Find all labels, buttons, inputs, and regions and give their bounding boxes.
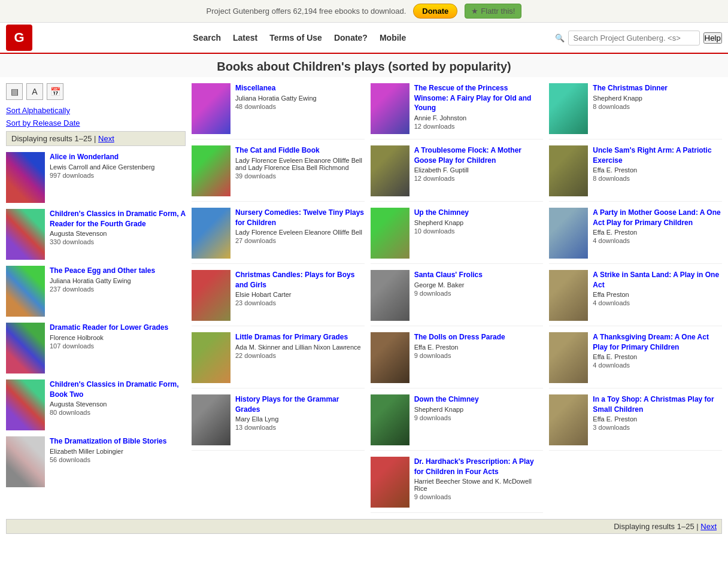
book-title-link[interactable]: The Christmas Dinner	[593, 84, 668, 92]
bottom-next-link[interactable]: Next	[700, 522, 717, 531]
flattr-button[interactable]: ★ Flattr this!	[465, 4, 521, 19]
bottom-results: Displaying results 1–25 | Next	[6, 519, 722, 534]
book-author: Harriet Beecher Stowe and K. McDowell Ri…	[414, 478, 544, 492]
book-downloads: 23 downloads	[235, 299, 365, 306]
book-thumbnail	[6, 436, 45, 487]
book-item: Little Dramas for Primary Grades Ada M. …	[192, 332, 365, 388]
book-info: Children's Classics in Dramatic Form, Bo…	[50, 379, 186, 416]
book-downloads: 3 downloads	[593, 424, 722, 431]
book-title-link[interactable]: Dramatic Reader for Lower Grades	[50, 323, 168, 332]
book-title-link[interactable]: Christmas Candles: Plays for Boys and Gi…	[235, 271, 354, 289]
book-author: Lady Florence Eveleen Eleanore Olliffe B…	[235, 229, 365, 236]
book-info: A Troublesome Flock: A Mother Goose Play…	[414, 145, 544, 182]
book-downloads: 13 downloads	[235, 424, 365, 431]
book-title-link[interactable]: Dr. Hardhack's Prescription: A Play for …	[414, 457, 534, 476]
book-info: Christmas Candles: Plays for Boys and Gi…	[235, 270, 365, 306]
book-title-link[interactable]: A Troublesome Flock: A Mother Goose Play…	[414, 146, 521, 165]
book-title-link[interactable]: Miscellanea	[235, 84, 275, 92]
sidebar-book-item: Dramatic Reader for Lower Grades Florenc…	[6, 323, 186, 374]
help-button[interactable]: Help	[703, 32, 722, 44]
book-title-link[interactable]: Down the Chimney	[414, 395, 479, 403]
view-icon-1[interactable]: ▤	[6, 83, 23, 100]
nav-mobile[interactable]: Mobile	[380, 33, 406, 42]
book-info: The Dolls on Dress Parade Effa E. Presto…	[414, 332, 544, 359]
book-title-link[interactable]: Uncle Sam's Right Arm: A Patriotic Exerc…	[593, 146, 711, 165]
book-author: Effa E. Preston	[414, 344, 544, 351]
nav-terms[interactable]: Terms of Use	[269, 33, 322, 42]
nav-search[interactable]: Search	[193, 33, 221, 42]
book-info: The Cat and Fiddle Book Lady Florence Ev…	[235, 145, 365, 180]
book-item: A Thanksgiving Dream: A One Act Play for…	[549, 332, 722, 388]
book-item: The Christmas Dinner Shepherd Knapp 8 do…	[549, 83, 722, 139]
book-title-link[interactable]: Santa Claus' Frolics	[414, 271, 483, 279]
book-thumbnail	[371, 332, 410, 383]
book-column-1: Miscellanea Juliana Horatia Gatty Ewing …	[192, 83, 365, 513]
book-info: Down the Chimney Shepherd Knapp 9 downlo…	[414, 394, 544, 421]
book-title-link[interactable]: The Rescue of the Princess Winsome: A Fa…	[414, 84, 532, 112]
book-thumbnail	[6, 266, 45, 317]
book-downloads: 330 downloads	[50, 238, 186, 245]
book-downloads: 48 downloads	[235, 103, 365, 110]
logo[interactable]: G	[6, 25, 32, 51]
book-title-link[interactable]: Up the Chimney	[414, 208, 469, 217]
flattr-label: Flattr this!	[481, 7, 515, 16]
book-info: A Strike in Santa Land: A Play in One Ac…	[593, 270, 722, 306]
book-thumbnail	[192, 394, 230, 445]
sidebar-book-item: The Dramatization of Bible Stories Eliza…	[6, 436, 186, 487]
sidebar-book-item: The Peace Egg and Other tales Juliana Ho…	[6, 266, 186, 317]
book-title-link[interactable]: Nursery Comedies: Twelve Tiny Plays for …	[235, 208, 364, 227]
book-thumbnail	[371, 457, 410, 508]
book-title-link[interactable]: A Party in Mother Goose Land: A One Act …	[593, 208, 720, 227]
book-info: In a Toy Shop: A Christmas Play for Smal…	[593, 394, 722, 431]
donate-button[interactable]: Donate	[413, 4, 457, 19]
book-author: Augusta Stevenson	[50, 230, 186, 237]
book-info: The Peace Egg and Other tales Juliana Ho…	[50, 266, 186, 293]
book-title-link[interactable]: The Cat and Fiddle Book	[235, 146, 320, 154]
main-nav: Search Latest Terms of Use Donate? Mobil…	[44, 33, 555, 42]
book-author: Shepherd Knapp	[414, 406, 544, 413]
nav-latest[interactable]: Latest	[233, 33, 257, 42]
book-title-link[interactable]: Children's Classics in Dramatic Form, Bo…	[50, 380, 179, 399]
book-title-link[interactable]: The Dramatization of Bible Stories	[50, 437, 166, 445]
book-downloads: 80 downloads	[50, 409, 186, 416]
book-item: The Rescue of the Princess Winsome: A Fa…	[371, 83, 544, 139]
book-info: The Dramatization of Bible Stories Eliza…	[50, 436, 186, 463]
book-thumbnail	[371, 270, 410, 321]
book-author: Juliana Horatia Gatty Ewing	[50, 277, 186, 284]
book-title-link[interactable]: In a Toy Shop: A Christmas Play for Smal…	[593, 395, 714, 414]
sort-alpha-link[interactable]: Sort Alphabetically	[6, 106, 186, 115]
book-info: The Christmas Dinner Shepherd Knapp 8 do…	[593, 83, 722, 110]
view-icon-2[interactable]: A	[26, 83, 43, 100]
book-title-link[interactable]: A Thanksgiving Dream: A One Act Play for…	[593, 333, 709, 351]
logo-letter: G	[14, 30, 24, 45]
flattr-icon: ★	[471, 7, 478, 16]
book-title-link[interactable]: The Peace Egg and Other tales	[50, 266, 155, 275]
banner-text: Project Gutenberg offers 62,194 free ebo…	[207, 7, 407, 16]
nav-donate[interactable]: Donate?	[334, 33, 368, 42]
book-title-link[interactable]: Alice in Wonderland	[50, 153, 119, 161]
book-author: Effa Preston	[593, 291, 722, 298]
book-downloads: 12 downloads	[414, 175, 544, 182]
book-thumbnail	[549, 394, 588, 445]
book-thumbnail	[6, 152, 45, 203]
book-author: Elizabeth F. Guptill	[414, 166, 544, 174]
book-author: Augusta Stevenson	[50, 400, 186, 408]
book-title-link[interactable]: Children's Classics in Dramatic Form, A …	[50, 209, 186, 228]
book-thumbnail	[192, 270, 230, 321]
book-thumbnail	[549, 83, 588, 134]
book-thumbnail	[6, 323, 45, 374]
book-author: Juliana Horatia Gatty Ewing	[235, 95, 365, 102]
book-title-link[interactable]: Little Dramas for Primary Grades	[235, 333, 348, 341]
book-title-link[interactable]: A Strike in Santa Land: A Play in One Ac…	[593, 271, 719, 289]
book-info: A Thanksgiving Dream: A One Act Play for…	[593, 332, 722, 369]
view-icon-3[interactable]: 📅	[47, 83, 63, 100]
book-title-link[interactable]: The Dolls on Dress Parade	[414, 333, 505, 341]
book-downloads: 10 downloads	[414, 227, 544, 235]
search-icon: 🔍	[555, 34, 565, 42]
book-item: The Cat and Fiddle Book Lady Florence Ev…	[192, 145, 365, 202]
sort-date-link[interactable]: Sort by Release Date	[6, 119, 186, 127]
results-next-link[interactable]: Next	[98, 134, 114, 143]
book-info: The Rescue of the Princess Winsome: A Fa…	[414, 83, 544, 130]
search-input[interactable]	[568, 31, 700, 45]
book-title-link[interactable]: History Plays for the Grammar Grades	[235, 395, 339, 414]
